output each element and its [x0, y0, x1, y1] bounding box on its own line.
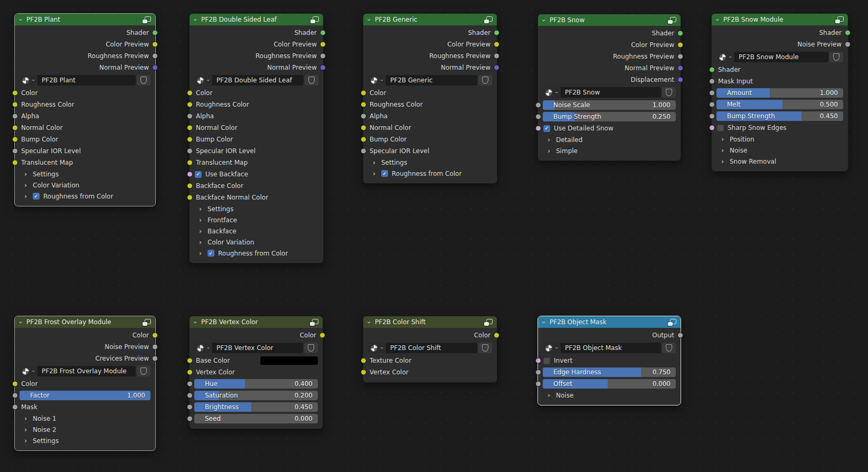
panel-row-noise[interactable]: ›Noise — [538, 390, 681, 401]
nodetree-name-field[interactable]: PF2B Generic — [386, 75, 477, 86]
saturation-slider[interactable]: Saturation0.200 — [194, 391, 318, 400]
color-socket[interactable] — [361, 102, 366, 108]
color-socket[interactable] — [152, 42, 158, 48]
panel-row-noise-1[interactable]: ›Noise 1 — [15, 413, 155, 424]
color-socket[interactable] — [12, 90, 18, 96]
amount-slider[interactable]: Amount1.000 — [716, 88, 843, 98]
value-socket[interactable] — [187, 114, 193, 119]
panel-row-roughness-from-color[interactable]: ›✓Roughness from Color — [363, 168, 497, 179]
value-socket[interactable] — [709, 102, 715, 108]
color-socket[interactable] — [187, 195, 193, 201]
panel-row-detailed[interactable]: ›Detailed — [538, 134, 681, 145]
node-pf2b-frost-overlay-module[interactable]: ›PF2B Frost Overlay ModuleColorNoise Pre… — [14, 316, 156, 451]
vector-socket[interactable] — [494, 65, 499, 71]
base-color-color-swatch[interactable] — [260, 356, 318, 365]
panel-row-noise[interactable]: ›Noise — [712, 145, 848, 156]
browse-nodetree-button[interactable]: › — [20, 366, 38, 376]
color-socket[interactable] — [677, 42, 683, 48]
panel-row-color-variation[interactable]: ›Color Variation — [15, 180, 155, 191]
invert-checkbox[interactable] — [543, 357, 550, 364]
collapse-chevron-icon[interactable]: › — [366, 320, 373, 325]
roughness-from-color-checkbox[interactable]: ✓ — [207, 250, 214, 257]
nodetree-name-field[interactable]: PF2B Double Sided Leaf — [213, 75, 304, 86]
vector-socket[interactable] — [320, 65, 326, 71]
node-header[interactable]: ›PF2B Color Shift — [363, 316, 497, 328]
nodetree-name-field[interactable]: PF2B Object Mask — [561, 343, 661, 353]
vector-socket[interactable] — [152, 65, 158, 71]
value-socket[interactable] — [535, 370, 541, 375]
color-socket[interactable] — [187, 102, 193, 108]
value-socket[interactable] — [187, 416, 193, 422]
node-header[interactable]: ›PF2B Frost Overlay Module — [15, 316, 155, 328]
browse-nodetree-button[interactable]: › — [194, 343, 213, 353]
node-pf2b-snow[interactable]: ›PF2B SnowShaderColor PreviewRoughness P… — [537, 14, 681, 161]
value-socket[interactable] — [187, 381, 193, 387]
panel-row-settings[interactable]: ›Settings — [15, 168, 155, 180]
vector-socket[interactable] — [677, 77, 683, 83]
roughness-from-color-checkbox[interactable]: ✓ — [33, 193, 40, 200]
color-socket[interactable] — [12, 102, 18, 108]
node-pf2b-object-mask[interactable]: ›PF2B Object MaskOutput›PF2B Object Mask… — [537, 316, 681, 405]
value-socket[interactable] — [12, 393, 18, 399]
node-pf2b-vertex-color[interactable]: ›PF2B Vertex ColorColor›PF2B Vertex Colo… — [189, 316, 323, 429]
panel-row-position[interactable]: ›Position — [712, 134, 848, 145]
bump-strength-slider[interactable]: Bump Strength0.250 — [543, 112, 676, 121]
node-pf2b-double-sided-leaf[interactable]: ›PF2B Double Sided LeafShaderColor Previ… — [189, 13, 324, 263]
panel-row-settings[interactable]: ›Settings — [363, 157, 497, 168]
color-socket[interactable] — [361, 370, 366, 375]
edge-hardness-slider[interactable]: Edge Hardness0.750 — [543, 367, 676, 377]
factor-slider[interactable]: Factor1.000 — [20, 391, 150, 400]
color-socket[interactable] — [361, 358, 366, 364]
value-socket[interactable] — [320, 53, 326, 59]
use-backface-checkbox[interactable]: ✓ — [195, 171, 202, 178]
node-header[interactable]: ›PF2B Vertex Color — [190, 316, 323, 328]
node-header[interactable]: ›PF2B Double Sided Leaf — [190, 14, 323, 25]
fake-user-button[interactable] — [137, 75, 150, 86]
nodetree-name-field[interactable]: PF2B Snow Module — [735, 52, 828, 62]
node-header[interactable]: ›PF2B Object Mask — [538, 316, 681, 328]
color-socket[interactable] — [361, 137, 366, 143]
node-editor[interactable]: ›PF2B PlantShaderColor PreviewRoughness … — [0, 0, 868, 472]
collapse-chevron-icon[interactable]: › — [17, 320, 24, 325]
panel-row-backface[interactable]: ›Backface — [190, 225, 323, 237]
browse-nodetree-button[interactable]: › — [716, 52, 735, 62]
color-socket[interactable] — [187, 160, 193, 166]
value-socket[interactable] — [361, 148, 366, 154]
value-socket[interactable] — [12, 148, 18, 154]
value-socket[interactable] — [535, 114, 541, 120]
node-pf2b-color-shift[interactable]: ›PF2B Color ShiftColor›PF2B Color ShiftT… — [363, 316, 497, 383]
color-socket[interactable] — [187, 183, 193, 189]
nodetree-name-field[interactable]: PF2B Plant — [38, 75, 136, 86]
panel-row-settings[interactable]: ›Settings — [15, 435, 155, 446]
color-socket[interactable] — [320, 42, 326, 48]
color-socket[interactable] — [187, 370, 193, 375]
panel-row-color-variation[interactable]: ›Color Variation — [190, 237, 323, 248]
value-socket[interactable] — [677, 54, 683, 60]
hue-slider[interactable]: Hue0.400 — [194, 379, 318, 389]
node-header[interactable]: ›PF2B Generic — [363, 14, 497, 25]
boolean-socket[interactable] — [709, 125, 715, 131]
value-socket[interactable] — [152, 53, 158, 59]
value-socket[interactable] — [187, 148, 193, 154]
color-socket[interactable] — [494, 42, 499, 48]
value-socket[interactable] — [187, 393, 193, 399]
fake-user-button[interactable] — [829, 52, 843, 62]
value-socket[interactable] — [845, 42, 851, 48]
browse-nodetree-button[interactable]: › — [194, 75, 213, 86]
offset-slider[interactable]: Offset0.000 — [543, 379, 676, 389]
panel-row-roughness-from-color[interactable]: ›✓Roughness from Color — [190, 248, 323, 259]
browse-nodetree-button[interactable]: › — [20, 75, 38, 86]
color-socket[interactable] — [361, 90, 366, 96]
panel-row-settings[interactable]: ›Settings — [190, 203, 323, 214]
browse-nodetree-button[interactable]: › — [543, 87, 561, 98]
panel-row-frontface[interactable]: ›Frontface — [190, 214, 323, 225]
shader-socket[interactable] — [709, 67, 715, 73]
fake-user-button[interactable] — [478, 343, 492, 353]
browse-nodetree-button[interactable]: › — [368, 343, 386, 353]
panel-row-noise-2[interactable]: ›Noise 2 — [15, 424, 155, 435]
fake-user-button[interactable] — [478, 75, 492, 86]
nodetree-name-field[interactable]: PF2B Snow — [561, 87, 661, 98]
color-socket[interactable] — [494, 333, 499, 338]
nodetree-name-field[interactable]: PF2B Vertex Color — [213, 343, 303, 353]
roughness-from-color-checkbox[interactable]: ✓ — [381, 170, 388, 177]
